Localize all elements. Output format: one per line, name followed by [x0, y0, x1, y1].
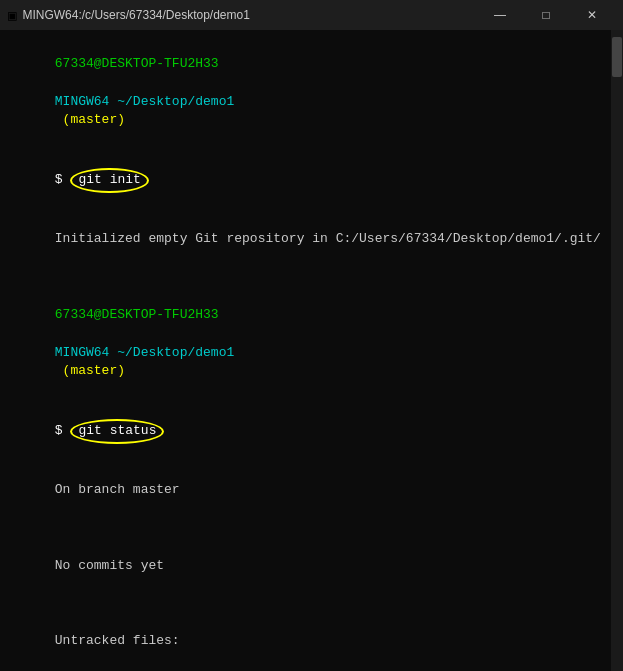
- maximize-button[interactable]: □: [523, 0, 569, 30]
- output-untracked: Untracked files:: [8, 613, 615, 670]
- output-branch-1: On branch master: [8, 463, 615, 520]
- output-no-commits-1: No commits yet: [8, 538, 615, 595]
- titlebar-controls: — □ ✕: [477, 0, 615, 30]
- minimize-button[interactable]: —: [477, 0, 523, 30]
- blank-1: [8, 268, 615, 287]
- blank-2: [8, 519, 615, 538]
- terminal-window: ▣ MINGW64:/c/Users/67334/Desktop/demo1 —…: [0, 0, 623, 671]
- cmd-git-status-1: $ git status: [8, 400, 615, 463]
- window-icon: ▣: [8, 7, 16, 24]
- output-git-init: Initialized empty Git repository in C:/U…: [8, 212, 615, 269]
- prompt-line-1: 67334@DESKTOP-TFU2H33 MINGW64 ~/Desktop/…: [8, 36, 615, 149]
- scrollbar-thumb: [612, 37, 622, 77]
- titlebar: ▣ MINGW64:/c/Users/67334/Desktop/demo1 —…: [0, 0, 623, 30]
- scrollbar[interactable]: [611, 30, 623, 671]
- window-title: MINGW64:/c/Users/67334/Desktop/demo1: [22, 8, 249, 22]
- prompt-line-2: 67334@DESKTOP-TFU2H33 MINGW64 ~/Desktop/…: [8, 287, 615, 400]
- blank-3: [8, 594, 615, 613]
- terminal-content[interactable]: 67334@DESKTOP-TFU2H33 MINGW64 ~/Desktop/…: [0, 30, 623, 671]
- titlebar-left: ▣ MINGW64:/c/Users/67334/Desktop/demo1: [8, 7, 250, 24]
- close-button[interactable]: ✕: [569, 0, 615, 30]
- cmd-git-init: $ git init: [8, 149, 615, 212]
